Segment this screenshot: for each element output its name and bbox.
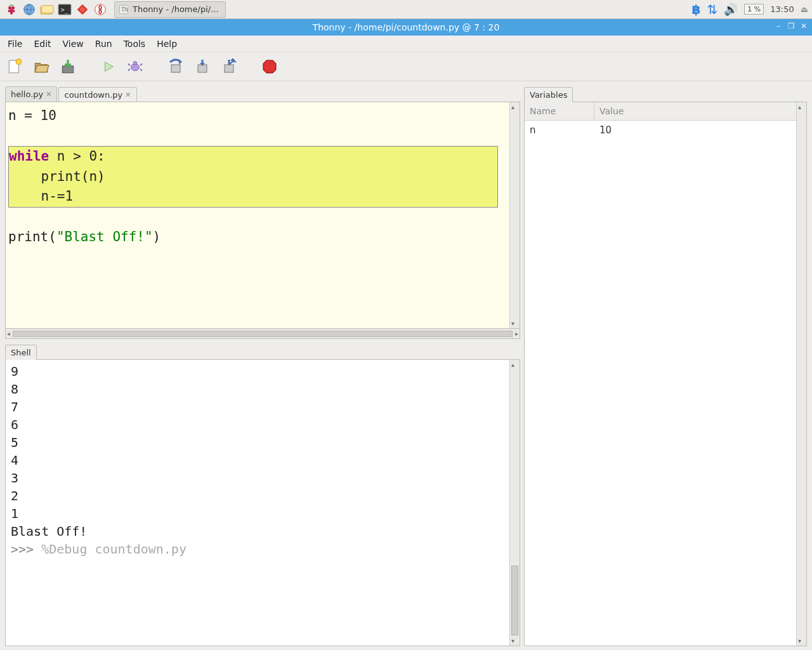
open-file-button[interactable] [32, 57, 51, 76]
svg-marker-32 [263, 60, 276, 73]
svg-rect-30 [225, 65, 233, 72]
editor-horizontal-scrollbar[interactable]: ◂▸ [5, 329, 520, 339]
variable-value: 10 [594, 121, 796, 140]
menu-tools[interactable]: Tools [119, 37, 151, 51]
svg-point-17 [16, 59, 22, 65]
terminal-icon[interactable]: >_ [57, 2, 72, 17]
editor-tab-strip: hello.py ✕ countdown.py ✕ [5, 85, 520, 102]
debug-highlight-block: while n > 0: print(n) n-=1 [8, 146, 498, 208]
shell-tab[interactable]: Shell [5, 345, 37, 360]
debug-button[interactable] [126, 57, 145, 76]
variables-tab-strip: Variables [524, 85, 807, 102]
svg-point-0 [8, 6, 11, 10]
thonny-app-icon: Th [119, 4, 129, 15]
shell-prompt: >>> [11, 541, 41, 557]
variables-header-name[interactable]: Name [525, 102, 594, 120]
shell-pane[interactable]: 9 8 7 6 5 4 3 2 1 Blast Off! >>> %Debug … [5, 359, 520, 646]
window-controls: – ❐ ✕ [774, 22, 808, 30]
step-out-button[interactable] [219, 57, 239, 76]
svg-point-5 [10, 11, 13, 14]
svg-marker-19 [105, 62, 114, 71]
variables-tab[interactable]: Variables [524, 87, 573, 102]
menu-bar: File Edit View Run Tools Help [0, 36, 812, 52]
variables-header: Name Value [525, 102, 796, 121]
maximize-button[interactable]: ❐ [787, 22, 796, 30]
svg-point-4 [12, 10, 15, 12]
file-manager-icon[interactable] [39, 2, 55, 17]
eject-icon[interactable]: ⏏ [801, 4, 808, 14]
code-text: ) [153, 229, 161, 244]
variables-header-value[interactable]: Value [594, 102, 796, 120]
save-file-button[interactable] [58, 57, 77, 76]
code-editor[interactable]: n = 10 while n > 0: print(n) n-=1 print(… [5, 102, 520, 329]
svg-rect-26 [171, 65, 180, 72]
network-icon[interactable]: ⇅ [707, 2, 718, 17]
shell-content[interactable]: 9 8 7 6 5 4 3 2 1 Blast Off! >>> %Debug … [6, 360, 509, 646]
mathematica-icon[interactable] [75, 2, 90, 17]
editor-vertical-scrollbar[interactable] [509, 102, 520, 328]
svg-point-21 [133, 61, 137, 65]
code-text: print(n) [9, 169, 105, 184]
menu-edit[interactable]: Edit [29, 37, 56, 51]
web-browser-icon[interactable] [22, 2, 37, 17]
toolbar [0, 52, 812, 81]
shell-frame: Shell 9 8 7 6 5 4 3 2 1 Blast Off! >>> %… [5, 343, 520, 646]
menu-file[interactable]: File [3, 37, 27, 51]
menu-view[interactable]: View [58, 37, 89, 51]
step-over-button[interactable] [166, 57, 185, 76]
code-text: n-=1 [9, 189, 73, 204]
close-button[interactable]: ✕ [799, 22, 808, 30]
wolfram-icon[interactable] [93, 2, 108, 17]
right-column: Variables Name Value n10 [520, 81, 812, 650]
variables-pane: Name Value n10 [524, 102, 807, 646]
editor-frame: hello.py ✕ countdown.py ✕ n = 10 while n… [5, 85, 520, 339]
code-keyword: while [9, 149, 49, 164]
svg-line-25 [140, 69, 142, 70]
shell-command: %Debug countdown.py [41, 541, 187, 557]
svg-point-1 [11, 6, 15, 10]
cpu-usage[interactable]: 1 % [744, 4, 764, 15]
left-column: hello.py ✕ countdown.py ✕ n = 10 while n… [0, 81, 520, 650]
close-icon[interactable]: ✕ [46, 90, 51, 98]
editor-tab-label: hello.py [11, 90, 43, 99]
taskbar-right: ฿ ⇅ 🔊 1 % 13:50 ⏏ [692, 2, 808, 17]
shell-tab-label: Shell [11, 348, 31, 357]
svg-text:Th: Th [121, 6, 128, 13]
menu-help[interactable]: Help [152, 37, 182, 51]
window-titlebar[interactable]: Thonny - /home/pi/countdown.py @ 7 : 20 … [0, 19, 812, 36]
code-editor-content[interactable]: n = 10 while n > 0: print(n) n-=1 print(… [6, 102, 509, 328]
code-string: "Blast Off!" [56, 229, 153, 244]
clock: 13:50 [770, 4, 794, 14]
variables-table[interactable]: Name Value n10 [525, 102, 796, 646]
variable-row[interactable]: n10 [525, 121, 796, 140]
editor-tab-hello[interactable]: hello.py ✕ [5, 86, 57, 102]
close-icon[interactable]: ✕ [125, 91, 131, 99]
workspace: hello.py ✕ countdown.py ✕ n = 10 while n… [0, 81, 812, 650]
menu-run[interactable]: Run [90, 37, 117, 51]
scrollbar-thumb[interactable] [511, 566, 518, 635]
stop-button[interactable] [260, 57, 279, 76]
editor-tab-countdown[interactable]: countdown.py ✕ [58, 87, 136, 102]
variables-vertical-scrollbar[interactable] [796, 102, 806, 646]
step-into-button[interactable] [193, 57, 212, 76]
bluetooth-icon[interactable]: ฿ [692, 2, 701, 17]
svg-marker-31 [230, 58, 235, 61]
svg-line-23 [140, 63, 142, 65]
shell-vertical-scrollbar[interactable] [509, 360, 520, 646]
taskbar-app-label: Thonny - /home/pi/... [133, 4, 219, 14]
svg-text:>_: >_ [61, 6, 69, 13]
editor-tab-label: countdown.py [64, 90, 122, 100]
svg-line-24 [128, 69, 130, 70]
new-file-button[interactable] [5, 57, 24, 76]
code-text: ( [48, 229, 56, 244]
minimize-button[interactable]: – [774, 22, 783, 30]
taskbar-left: >_ Th Thonny - /home/pi/... [4, 1, 226, 18]
code-number: 10 [41, 108, 56, 123]
svg-point-3 [8, 10, 11, 12]
taskbar-app-thonny[interactable]: Th Thonny - /home/pi/... [114, 1, 226, 18]
raspberry-menu-icon[interactable] [4, 2, 19, 17]
volume-icon[interactable]: 🔊 [724, 3, 738, 16]
run-button[interactable] [99, 57, 118, 76]
code-text: print [8, 229, 48, 244]
code-text: n = [8, 108, 41, 123]
